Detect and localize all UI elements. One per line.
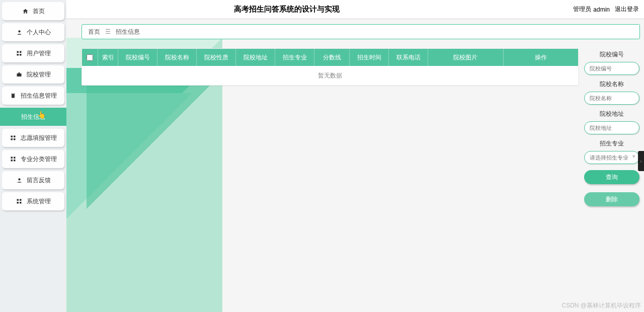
svg-rect-26 [20,202,22,204]
input-school-name[interactable] [584,92,639,105]
svg-rect-24 [20,199,22,201]
th-phone: 联系电话 [389,49,428,66]
th-school-address: 院校地址 [236,49,275,66]
svg-rect-13 [13,93,14,94]
select-major[interactable] [584,151,639,164]
th-school-name: 院校名称 [157,49,197,66]
grid-icon [16,50,23,57]
label-school-code: 院校编号 [600,50,624,59]
table-header: 索引 院校编号 院校名称 院校性质 院校地址 招生专业 分数线 招生时间 联系电… [82,49,578,66]
th-index: 索引 [98,49,118,66]
svg-rect-18 [11,157,13,159]
sidebar-item-label: 招生信息管理 [21,92,57,100]
sidebar-item-label: 用户管理 [27,49,51,58]
sidebar-item-users[interactable]: 用户管理 [2,44,64,62]
logout-link[interactable]: 退出登录 [615,5,639,14]
breadcrumb-current: 招生信息 [116,28,140,36]
briefcase-icon [16,71,23,78]
sidebar-item-label: 系统管理 [27,197,51,206]
main-area: 首页 ☰ 招生信息 索引 院校编号 院校名称 院校性质 院校地址 招生专业 分数… [66,19,644,312]
clipboard-icon [10,92,17,99]
table-empty: 暂无数据 [82,66,578,85]
breadcrumb-home[interactable]: 首页 [88,28,100,36]
svg-rect-21 [14,160,16,162]
data-table: 索引 院校编号 院校名称 院校性质 院校地址 招生专业 分数线 招生时间 联系电… [82,48,579,86]
svg-rect-11 [19,72,20,73]
sidebar-item-label: 个人中心 [27,28,51,37]
th-score: 分数线 [314,49,350,66]
sidebar-item-label: 首页 [33,7,45,16]
home-icon [22,8,29,15]
header-user-area: 管理员 admin 退出登录 [573,5,644,14]
th-school-nature: 院校性质 [197,49,236,66]
svg-rect-20 [11,160,13,162]
sidebar-item-label: 留言反馈 [27,176,51,185]
sidebar-item-home[interactable]: 首页 [2,2,64,20]
username-label: admin [593,6,610,13]
sidebar-item-label: 专业分类管理 [21,155,57,164]
svg-rect-25 [17,202,19,204]
watermark: CSDN @基林计算机毕设程序 [561,301,641,310]
grid-icon [16,198,23,205]
svg-rect-14 [11,136,13,138]
chevron-left-icon: ‹ [640,159,641,164]
label-major: 招生专业 [600,139,624,148]
svg-rect-12 [12,94,15,98]
sidebar-item-admissions[interactable]: 招生信息 [0,108,66,126]
svg-rect-17 [14,138,16,140]
role-label: 管理员 [573,5,591,14]
sidebar-item-feedback[interactable]: 留言反馈 [2,171,64,189]
svg-point-5 [18,30,20,32]
label-school-address: 院校地址 [600,110,624,118]
svg-rect-15 [14,136,16,138]
th-school-code: 院校编号 [118,49,157,66]
input-school-code[interactable] [584,62,639,75]
svg-rect-6 [17,51,19,53]
sidebar-item-label: 院校管理 [27,70,51,79]
sidebar: 首页 个人中心 用户管理 院校管理 招生信息管理 招生信息 志愿填报管理 专业分… [0,0,66,312]
svg-rect-10 [17,73,22,76]
breadcrumb: 首页 ☰ 招生信息 [82,24,640,39]
svg-rect-16 [11,138,13,140]
th-major: 招生专业 [275,49,314,66]
sidebar-item-admissions-mgmt[interactable]: 招生信息管理 [2,87,64,105]
delete-button[interactable]: 删除 [584,192,639,206]
select-all-checkbox[interactable] [87,54,93,61]
query-button[interactable]: 查询 [584,170,639,184]
drawer-toggle[interactable]: ‹ [638,151,644,171]
person-icon [16,29,23,36]
svg-point-22 [18,178,20,180]
sidebar-item-volunteer[interactable]: 志愿填报管理 [2,129,64,147]
sidebar-item-label: 招生信息 [21,113,45,121]
svg-rect-23 [17,199,19,201]
input-school-address[interactable] [584,121,639,134]
header-bar: 高考招生问答系统的设计与实现 管理员 admin 退出登录 [0,0,644,19]
svg-rect-9 [20,54,22,56]
select-all-cell[interactable] [82,49,98,66]
sidebar-item-label: 志愿填报管理 [21,134,57,142]
person-icon [16,177,23,184]
grid-icon [10,155,17,163]
sidebar-item-profile[interactable]: 个人中心 [2,23,64,41]
label-school-name: 院校名称 [600,80,624,89]
grid-icon [10,134,17,141]
search-panel: 院校编号 院校名称 院校地址 招生专业 查询 删除 [584,48,640,206]
breadcrumb-sep-icon: ☰ [105,28,111,35]
sidebar-item-schools[interactable]: 院校管理 [2,65,64,84]
th-picture: 院校图片 [428,49,504,66]
th-actions: 操作 [504,49,579,66]
sidebar-item-system[interactable]: 系统管理 [2,192,64,210]
sidebar-item-major[interactable]: 专业分类管理 [2,150,64,168]
svg-rect-7 [20,51,22,53]
th-time: 招生时间 [350,49,389,66]
svg-rect-19 [14,157,16,159]
app-title: 高考招生问答系统的设计与实现 [0,5,573,14]
svg-rect-8 [17,54,19,56]
